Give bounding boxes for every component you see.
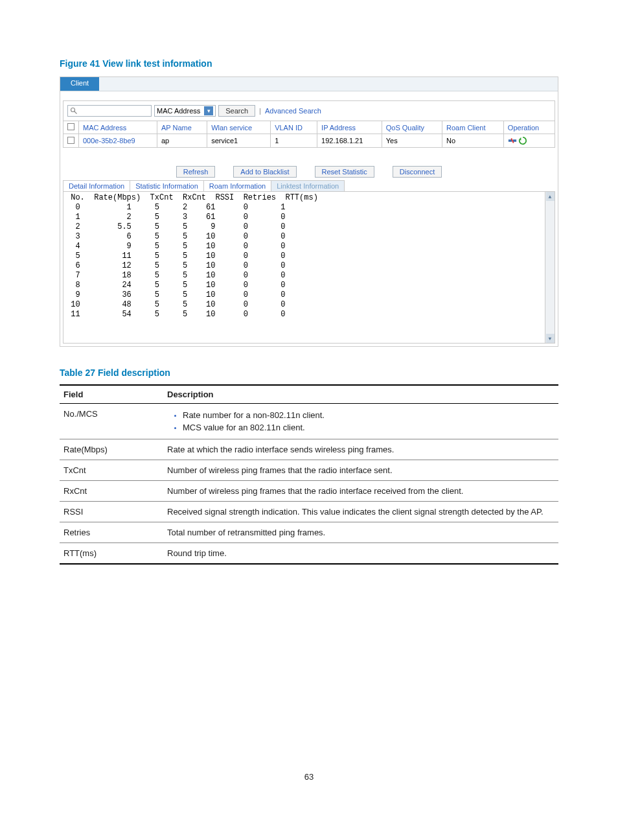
cell-ap: ap	[157, 134, 207, 148]
cell-description: Received signal strength indication. Thi…	[163, 502, 558, 522]
th-desc: Description	[163, 385, 558, 404]
search-input[interactable]	[67, 105, 152, 117]
search-type-dropdown[interactable]: MAC Address ▾	[154, 105, 216, 117]
search-row: MAC Address ▾ Search | Advanced Search	[63, 100, 555, 121]
cell-field: RxCnt	[60, 481, 163, 502]
info-tabs: Detail Information Statistic Information…	[63, 180, 555, 192]
col-mac: MAC Address	[79, 121, 157, 134]
figure-caption: Figure 41 View link test information	[60, 58, 558, 69]
cell-description: Rate number for a non-802.11n client.MCS…	[163, 404, 558, 439]
scroll-up-icon[interactable]: ▲	[546, 192, 555, 201]
table-row: RTT(ms)Round trip time.	[60, 543, 558, 565]
chevron-down-icon: ▾	[204, 106, 213, 115]
table-row: RSSIReceived signal strength indication.…	[60, 502, 558, 522]
screenshot-panel: Client MAC Address ▾ Search | Advanced S…	[60, 76, 558, 347]
cell-roam: No	[442, 134, 504, 148]
tab-client[interactable]: Client	[60, 77, 99, 91]
col-qos: QoS Quality	[382, 121, 442, 134]
refresh-button[interactable]: Refresh	[176, 166, 216, 178]
tab-statistic[interactable]: Statistic Information	[130, 180, 204, 191]
field-description-table: Field Description No./MCSRate number for…	[60, 384, 558, 565]
cell-field: RSSI	[60, 502, 163, 522]
cell-field: TxCnt	[60, 460, 163, 481]
client-table: MAC Address AP Name Wlan service VLAN ID…	[63, 121, 555, 148]
page-number: 63	[60, 772, 558, 782]
cell-field: RTT(ms)	[60, 543, 163, 565]
cell-wlan: service1	[207, 134, 271, 148]
tab-bar: Client	[60, 77, 558, 91]
checkbox-header[interactable]	[63, 121, 79, 134]
th-field: Field	[60, 385, 163, 404]
table-row: Rate(Mbps)Rate at which the radio interf…	[60, 439, 558, 460]
disconnect-icon[interactable]	[508, 136, 517, 145]
dropdown-label: MAC Address	[157, 107, 200, 115]
col-wlan: Wlan service	[207, 121, 271, 134]
search-icon	[70, 107, 78, 115]
svg-point-0	[71, 108, 75, 112]
cell-description: Number of wireless ping frames that the …	[163, 481, 558, 502]
search-button[interactable]: Search	[218, 105, 255, 117]
reset-statistic-button[interactable]: Reset Statistic	[315, 166, 374, 178]
svg-line-1	[74, 111, 77, 114]
cell-qos: Yes	[382, 134, 442, 148]
cell-description: Number of wireless ping frames that the …	[163, 460, 558, 481]
disconnect-button[interactable]: Disconnect	[393, 166, 442, 178]
mac-link[interactable]: 000e-35b2-8be9	[83, 137, 135, 145]
col-ip: IP Address	[317, 121, 382, 134]
tab-linktest[interactable]: Linktest Information	[271, 180, 345, 191]
linktest-output: No. Rate(Mbps) TxCnt RxCnt RSSI Retries …	[63, 192, 555, 344]
table-row: TxCntNumber of wireless ping frames that…	[60, 460, 558, 481]
cell-description: Total number of retransmitted ping frame…	[163, 522, 558, 543]
action-button-row: Refresh Add to Blacklist Reset Statistic…	[63, 163, 555, 179]
row-checkbox[interactable]	[63, 134, 79, 148]
cell-description: Round trip time.	[163, 543, 558, 565]
scrollbar[interactable]: ▲ ▼	[545, 192, 555, 343]
tab-detail[interactable]: Detail Information	[63, 180, 130, 191]
cell-ip: 192.168.1.21	[317, 134, 382, 148]
table-row: 000e-35b2-8be9 ap service1 1 192.168.1.2…	[63, 134, 555, 148]
col-vlan: VLAN ID	[271, 121, 317, 134]
tab-roam[interactable]: Roam Information	[203, 180, 271, 191]
cell-field: Rate(Mbps)	[60, 439, 163, 460]
advanced-search-link[interactable]: Advanced Search	[265, 107, 321, 115]
table-row: No./MCSRate number for a non-802.11n cli…	[60, 404, 558, 439]
col-roam: Roam Client	[442, 121, 504, 134]
col-op: Operation	[503, 121, 555, 134]
col-ap: AP Name	[157, 121, 207, 134]
refresh-icon[interactable]	[518, 136, 527, 145]
cell-vlan: 1	[271, 134, 317, 148]
scroll-down-icon[interactable]: ▼	[546, 334, 555, 343]
cell-field: No./MCS	[60, 404, 163, 439]
cell-description: Rate at which the radio interface sends …	[163, 439, 558, 460]
table-row: RxCntNumber of wireless ping frames that…	[60, 481, 558, 502]
table-caption: Table 27 Field description	[60, 368, 558, 378]
table-row: RetriesTotal number of retransmitted pin…	[60, 522, 558, 543]
add-blacklist-button[interactable]: Add to Blacklist	[233, 166, 296, 178]
cell-field: Retries	[60, 522, 163, 543]
svg-rect-2	[509, 139, 512, 142]
svg-rect-3	[513, 139, 516, 142]
